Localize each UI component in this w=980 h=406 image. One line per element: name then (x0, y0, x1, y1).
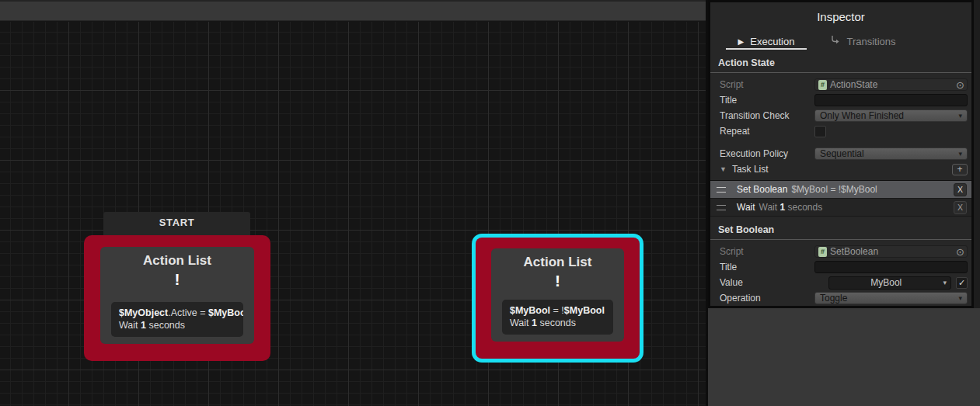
script-icon: # (818, 80, 827, 90)
title-label: Title (720, 95, 814, 106)
script-object-name: ActionState (830, 79, 877, 90)
variable-value: MyBool (829, 277, 943, 288)
script-object-field[interactable]: # ActionState ⊙ (814, 78, 968, 91)
field-row-execution-policy: Execution Policy Sequential ▾ (720, 146, 968, 161)
task-line-1: $MyObject.Active = $MyBool (119, 307, 235, 320)
field-row-title: Title (720, 259, 968, 275)
task-name: Wait (737, 202, 755, 213)
script-object-name: SetBoolean (830, 246, 878, 257)
play-icon: ▶ (738, 37, 745, 46)
field-row-script: Script # SetBoolean ⊙ (720, 244, 968, 259)
task-list-label: Task List (732, 164, 769, 175)
task-line-2: Wait 1 seconds (119, 320, 235, 332)
drag-handle-icon[interactable] (717, 205, 726, 210)
inspector-panel: Inspector ▶ Execution Transitions Action… (708, 0, 974, 308)
object-picker-icon[interactable]: ⊙ (956, 80, 964, 90)
node-task-preview: $MyBool = !$MyBool Wait 1 seconds (502, 300, 613, 335)
exclamation-badge-icon: ! (175, 270, 180, 289)
title-label: Title (720, 262, 814, 272)
chevron-down-icon: ▾ (943, 279, 947, 286)
node-card: Action List ! $MyBool = !$MyBool Wait 1 … (491, 248, 624, 342)
script-label: Script (720, 246, 814, 257)
chevron-down-icon: ▾ (958, 150, 962, 158)
spacer (720, 139, 968, 146)
script-icon: # (818, 247, 827, 257)
execution-policy-value: Sequential (820, 148, 864, 159)
execution-policy-dropdown[interactable]: Sequential ▾ (814, 147, 968, 160)
node-card: Action List ! $MyObject.Active = $MyBool… (100, 247, 254, 344)
task-list-header: ▼ Task List + (710, 161, 971, 177)
operation-value: Toggle (820, 293, 847, 304)
variable-dropdown[interactable]: MyBool ▾ (828, 276, 951, 290)
add-task-button[interactable]: + (952, 164, 968, 175)
task-detail: Wait 1 seconds (759, 202, 823, 213)
section-header-action-state: Action State (710, 57, 971, 73)
remove-task-button[interactable]: X (954, 201, 967, 214)
field-row-value: Value MyBool ▾ ✓ (720, 275, 968, 290)
node-title: Action List (143, 253, 211, 269)
title-input[interactable] (814, 94, 968, 106)
section-header-set-boolean: Set Boolean (710, 224, 971, 240)
start-label: START (159, 217, 194, 228)
execution-policy-label: Execution Policy (720, 148, 814, 159)
chevron-down-icon: ▾ (958, 294, 962, 302)
operation-label: Operation (720, 293, 814, 304)
node-title: Action List (524, 255, 592, 270)
field-row-repeat: Repeat (720, 123, 968, 139)
tab-execution-label: Execution (750, 36, 794, 47)
transitions-icon (829, 35, 840, 47)
task-line-1: $MyBool = !$MyBool (510, 305, 605, 318)
chevron-down-icon: ▾ (958, 112, 962, 120)
remove-task-button[interactable]: X (954, 183, 967, 196)
action-list-node-right-selected[interactable]: Action List ! $MyBool = !$MyBool Wait 1 … (476, 238, 640, 359)
action-list-node-left[interactable]: Action List ! $MyObject.Active = $MyBool… (84, 235, 270, 361)
script-object-field[interactable]: # SetBoolean ⊙ (814, 245, 968, 258)
start-node-tab[interactable]: START (103, 212, 250, 238)
transition-check-value: Only When Finished (820, 110, 904, 121)
value-label: Value (720, 277, 814, 288)
exclamation-badge-icon: ! (555, 272, 560, 290)
transition-check-label: Transition Check (720, 110, 814, 121)
repeat-checkbox[interactable] (814, 126, 826, 137)
foldout-arrow-icon[interactable]: ▼ (720, 165, 727, 173)
window-right-edge (974, 0, 980, 308)
canvas-toolbar (0, 2, 706, 21)
field-row-title: Title (720, 92, 968, 108)
field-row-operation: Operation Toggle ▾ (720, 290, 968, 306)
flow-editor-window: START Action List ! $MyObject.Active = $… (0, 0, 980, 406)
drag-handle-icon[interactable] (717, 187, 726, 193)
task-list: Set Boolean $MyBool = !$MyBool X Wait Wa… (710, 180, 971, 217)
action-state-fields: Script # ActionState ⊙ Title Transition … (710, 73, 971, 161)
inspector-tabs: ▶ Execution Transitions (710, 33, 971, 50)
operation-dropdown[interactable]: Toggle ▾ (814, 292, 968, 304)
inspector-title: Inspector (710, 10, 971, 23)
value-checkbox-checked[interactable]: ✓ (956, 277, 968, 289)
tab-transitions[interactable]: Transitions (819, 33, 906, 50)
transition-check-dropdown[interactable]: Only When Finished ▾ (814, 109, 968, 122)
script-label: Script (720, 79, 814, 90)
task-line-2: Wait 1 seconds (510, 318, 605, 330)
checkmark-icon: ✓ (958, 278, 965, 288)
task-name: Set Boolean (737, 184, 787, 195)
task-detail: $MyBool = !$MyBool (791, 184, 877, 195)
graph-canvas[interactable]: START Action List ! $MyObject.Active = $… (0, 0, 708, 406)
node-task-preview: $MyObject.Active = $MyBool Wait 1 second… (111, 302, 243, 337)
field-row-transition-check: Transition Check Only When Finished ▾ (720, 108, 968, 123)
object-picker-icon[interactable]: ⊙ (956, 247, 964, 257)
set-boolean-fields: Script # SetBoolean ⊙ Title Value (710, 240, 971, 306)
task-row-set-boolean[interactable]: Set Boolean $MyBool = !$MyBool X (710, 181, 971, 199)
repeat-label: Repeat (720, 126, 814, 137)
tab-transitions-label: Transitions (846, 36, 895, 47)
tab-execution[interactable]: ▶ Execution (726, 33, 807, 50)
field-row-script: Script # ActionState ⊙ (720, 77, 968, 92)
title-input[interactable] (814, 261, 968, 273)
task-row-wait[interactable]: Wait Wait 1 seconds X (710, 199, 971, 217)
